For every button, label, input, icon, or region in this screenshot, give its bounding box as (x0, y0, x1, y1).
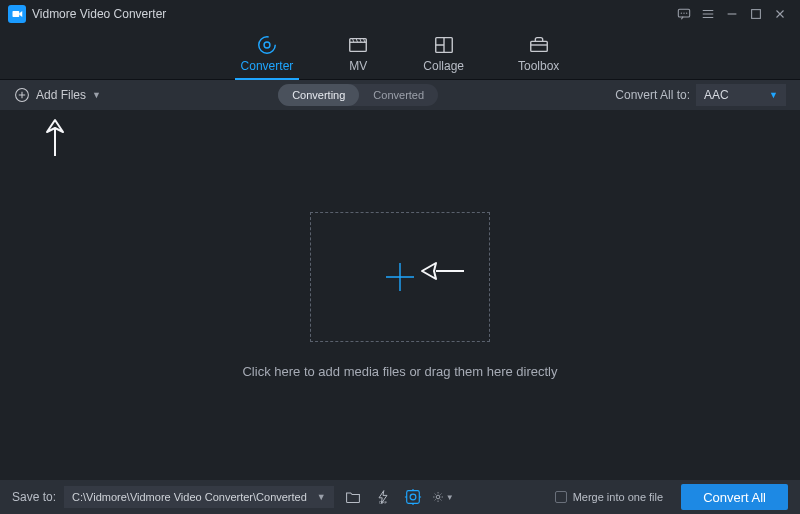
plus-icon (380, 257, 420, 297)
converter-icon (256, 35, 278, 55)
chevron-down-icon: ▼ (317, 492, 326, 502)
settings-gear-icon[interactable]: ▼ (432, 486, 454, 508)
tab-label: Collage (423, 59, 464, 73)
merge-checkbox[interactable]: Merge into one file (555, 491, 664, 503)
save-path-value: C:\Vidmore\Vidmore Video Converter\Conve… (72, 491, 307, 503)
tab-label: Converter (241, 59, 294, 73)
svg-rect-13 (406, 491, 419, 504)
open-folder-icon[interactable] (342, 486, 364, 508)
hardware-accel-icon[interactable] (402, 486, 424, 508)
svg-point-4 (686, 12, 687, 13)
chevron-down-icon: ▼ (446, 493, 454, 502)
output-format-select[interactable]: AAC ▼ (696, 84, 786, 106)
svg-point-7 (264, 42, 270, 48)
convert-all-to: Convert All to: AAC ▼ (615, 84, 786, 106)
selected-format: AAC (704, 88, 729, 102)
checkbox-box-icon (555, 491, 567, 503)
collage-icon (433, 35, 455, 55)
tab-mv[interactable]: MV (347, 35, 369, 79)
maximize-icon[interactable] (744, 2, 768, 26)
feedback-icon[interactable] (672, 2, 696, 26)
save-to-label: Save to: (12, 490, 56, 504)
segment-converted[interactable]: Converted (359, 84, 438, 106)
tab-label: Toolbox (518, 59, 559, 73)
lightning-off-icon[interactable]: OFF (372, 486, 394, 508)
tab-label: MV (349, 59, 367, 73)
content-area: Click here to add media files or drag th… (0, 110, 800, 480)
save-path-select[interactable]: C:\Vidmore\Vidmore Video Converter\Conve… (64, 486, 334, 508)
menu-icon[interactable] (696, 2, 720, 26)
svg-rect-0 (13, 11, 20, 17)
merge-label: Merge into one file (573, 491, 664, 503)
app-title: Vidmore Video Converter (32, 7, 166, 21)
queue-segmented: Converting Converted (278, 84, 438, 106)
segment-converting[interactable]: Converting (278, 84, 359, 106)
tab-toolbox[interactable]: Toolbox (518, 35, 559, 79)
titlebar: Vidmore Video Converter (0, 0, 800, 28)
bottombar: Save to: C:\Vidmore\Vidmore Video Conver… (0, 480, 800, 514)
svg-point-14 (410, 494, 416, 500)
svg-rect-5 (752, 10, 761, 19)
chevron-down-icon: ▼ (769, 90, 778, 100)
toolbar: Add Files ▼ Converting Converted Convert… (0, 80, 800, 110)
svg-text:OFF: OFF (379, 500, 388, 505)
dropzone-message: Click here to add media files or drag th… (242, 364, 557, 379)
convert-all-to-label: Convert All to: (615, 88, 690, 102)
minimize-icon[interactable] (720, 2, 744, 26)
svg-point-3 (683, 12, 684, 13)
svg-point-6 (259, 37, 276, 54)
mv-icon (347, 35, 369, 55)
add-files-label: Add Files (36, 88, 86, 102)
plus-circle-icon (14, 87, 30, 103)
tab-collage[interactable]: Collage (423, 35, 464, 79)
svg-point-15 (436, 495, 440, 499)
toolbox-icon (528, 35, 550, 55)
close-icon[interactable] (768, 2, 792, 26)
convert-all-button[interactable]: Convert All (681, 484, 788, 510)
svg-point-2 (681, 12, 682, 13)
dropzone[interactable] (310, 212, 490, 342)
chevron-down-icon: ▼ (92, 90, 101, 100)
convert-all-label: Convert All (703, 490, 766, 505)
tab-converter[interactable]: Converter (241, 35, 294, 79)
svg-rect-10 (530, 41, 547, 51)
add-files-button[interactable]: Add Files ▼ (14, 87, 101, 103)
annotation-arrow-up-icon (42, 118, 68, 158)
app-logo-icon (8, 5, 26, 23)
main-nav: Converter MV Collage Toolbox (0, 28, 800, 80)
